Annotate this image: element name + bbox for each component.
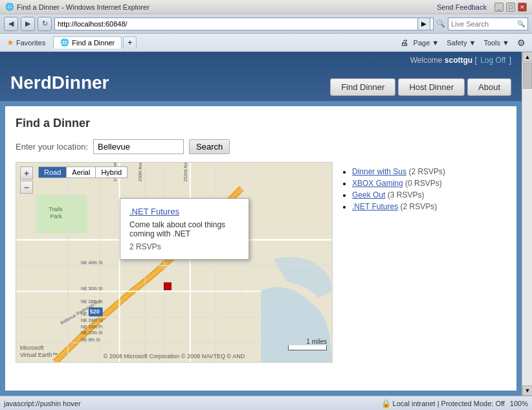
- minimize-button[interactable]: _: [494, 3, 504, 12]
- map-pin: [164, 282, 172, 290]
- favorites-star-icon: ★: [6, 38, 14, 47]
- svg-text:NE 8th St: NE 8th St: [81, 337, 100, 342]
- location-label: Enter your location:: [16, 142, 88, 152]
- app-content: Welcome scottgu [ Log Off ] NerdDinner F…: [0, 52, 522, 396]
- status-text: javascript://pushin hover: [4, 400, 81, 407]
- logoff-link[interactable]: Log Off: [480, 56, 505, 65]
- ie-icon: 🌐: [5, 3, 14, 11]
- result-link-0[interactable]: Dinner with Sus: [352, 167, 406, 176]
- browser-toolbar: ★ Favorites 🌐 Find a Dinner + 🖨 Page ▼ S…: [0, 34, 532, 52]
- result-count-1: (0 RSVPs): [405, 179, 442, 188]
- browser-tab-active[interactable]: 🌐 Find a Dinner: [53, 36, 122, 49]
- map-type-tabs: Road Aerial Hybrid: [38, 166, 127, 178]
- svg-text:520: 520: [90, 308, 100, 315]
- nav-find-dinner[interactable]: Find Dinner: [330, 78, 395, 96]
- help-menu-button[interactable]: ⚙: [515, 36, 528, 49]
- map-type-aerial[interactable]: Aerial: [66, 166, 95, 178]
- live-search-go[interactable]: 🔍: [517, 20, 525, 27]
- scale-bar: [288, 345, 327, 350]
- map-scale: 1 miles: [288, 338, 327, 350]
- print-icon: 🖨: [401, 38, 408, 47]
- status-right: 🔒 Local intranet | Protected Mode: Off 1…: [381, 399, 528, 408]
- browser-titlebar: 🌐 Find a Dinner - Windows Internet Explo…: [0, 0, 532, 14]
- map-type-road[interactable]: Road: [38, 166, 66, 178]
- map-watermark: MicrosoftVirtual Earth™: [20, 345, 58, 359]
- browser-scrollbar: ▲ ▼: [522, 52, 532, 396]
- map-type-hybrid[interactable]: Hybrid: [95, 166, 127, 178]
- find-dinner-title: Find a Dinner: [16, 117, 506, 130]
- close-button[interactable]: ✕: [518, 3, 527, 12]
- tab-icon: 🌐: [60, 38, 69, 47]
- back-button[interactable]: ◀: [4, 17, 18, 31]
- titlebar-right: Send Feedback _ □ ✕: [437, 3, 527, 12]
- search-button[interactable]: Search: [189, 139, 230, 154]
- results-list: Dinner with Sus (2 RSVPs) XBOX Gaming (0…: [340, 162, 506, 363]
- location-row: Enter your location: Search: [16, 139, 506, 154]
- result-count-0: (2 RSVPs): [408, 167, 445, 176]
- zone-text: Local intranet | Protected Mode: Off: [393, 400, 505, 407]
- tools-menu-button[interactable]: Tools ▼: [481, 38, 512, 48]
- list-item: XBOX Gaming (0 RSVPs): [352, 179, 506, 188]
- result-link-3[interactable]: .NET Futures: [352, 202, 398, 211]
- list-item: Dinner with Sus (2 RSVPs): [352, 167, 506, 176]
- svg-text:150th Ave NE: 150th Ave NE: [138, 163, 142, 182]
- search-provider-icon: 🔍: [436, 19, 445, 28]
- results-ul: Dinner with Sus (2 RSVPs) XBOX Gaming (0…: [340, 167, 506, 211]
- shield-icon: 🔒: [381, 399, 391, 408]
- forward-button[interactable]: ▶: [21, 17, 35, 31]
- address-box: ▶: [54, 17, 434, 30]
- page-menu-button[interactable]: Page ▼: [411, 38, 442, 48]
- toolbar-right: 🖨 Page ▼ Safety ▼ Tools ▼ ⚙: [401, 36, 528, 49]
- map-zoom-in[interactable]: +: [20, 166, 33, 179]
- svg-text:NE 24th St: NE 24th St: [81, 318, 103, 323]
- zoom-level: 100%: [510, 400, 528, 407]
- favorites-label: Favorites: [16, 39, 45, 47]
- list-item: .NET Futures (2 RSVPs): [352, 202, 506, 211]
- address-input[interactable]: [58, 20, 417, 28]
- status-zone: 🔒 Local intranet | Protected Mode: Off: [381, 399, 505, 408]
- go-button[interactable]: ▶: [417, 17, 430, 30]
- popup-title[interactable]: .NET Futures: [129, 207, 239, 216]
- live-search-input[interactable]: [451, 20, 516, 28]
- titlebar-left: 🌐 Find a Dinner - Windows Internet Explo…: [5, 3, 150, 11]
- result-count-2: (3 RSVPs): [388, 190, 425, 199]
- map-svg: Trails Park Adelaide: [16, 163, 332, 362]
- favorites-button[interactable]: ★ Favorites: [4, 36, 48, 49]
- svg-text:NE 30th St: NE 30th St: [81, 286, 103, 291]
- restore-button[interactable]: □: [506, 3, 515, 12]
- new-tab-button[interactable]: +: [123, 36, 137, 49]
- nav-about[interactable]: About: [467, 78, 511, 96]
- map-container[interactable]: Trails Park Adelaide: [16, 162, 333, 363]
- popup-description: Come talk about cool things coming with …: [129, 220, 239, 238]
- scroll-thumb[interactable]: [523, 63, 532, 89]
- safety-menu-button[interactable]: Safety ▼: [444, 38, 478, 48]
- refresh-button[interactable]: ↻: [38, 17, 52, 31]
- map-copyright: © 2008 Microsoft Corporation © 2008 NAVT…: [104, 353, 245, 359]
- send-feedback-link[interactable]: Send Feedback: [437, 3, 487, 11]
- live-search-icon: 🔍: [436, 19, 445, 28]
- map-zoom-out[interactable]: −: [20, 181, 33, 194]
- nav-host-dinner[interactable]: Host Dinner: [398, 78, 465, 96]
- location-input[interactable]: [93, 139, 184, 154]
- app-main: Find a Dinner Enter your location: Searc…: [0, 101, 522, 396]
- svg-text:Park: Park: [50, 213, 62, 220]
- result-link-1[interactable]: XBOX Gaming: [352, 179, 403, 188]
- content-box: Find a Dinner Enter your location: Searc…: [5, 106, 516, 391]
- map-controls: + −: [20, 166, 33, 195]
- svg-text:NE 16th Pl: NE 16th Pl: [81, 325, 103, 329]
- browser-addressbar: ◀ ▶ ↻ ▶ 🔍 🔍: [0, 14, 532, 34]
- username-text: scottgu: [445, 56, 472, 65]
- window-title: Find a Dinner - Windows Internet Explore…: [17, 3, 150, 11]
- scroll-down-button[interactable]: ▼: [522, 385, 532, 396]
- tab-bar: 🌐 Find a Dinner +: [53, 36, 137, 49]
- map-popup: .NET Futures Come talk about cool things…: [120, 198, 249, 260]
- svg-text:152nd Ave NE: 152nd Ave NE: [183, 163, 188, 182]
- svg-text:NE 40th St: NE 40th St: [81, 260, 103, 265]
- browser-statusbar: javascript://pushin hover 🔒 Local intran…: [0, 396, 532, 410]
- scroll-up-button[interactable]: ▲: [522, 52, 532, 62]
- svg-text:NE 20th St: NE 20th St: [81, 330, 103, 335]
- result-link-2[interactable]: Geek Out: [352, 190, 385, 199]
- svg-text:Trails: Trails: [49, 206, 63, 212]
- app-header: Welcome scottgu [ Log Off ] NerdDinner F…: [0, 52, 522, 101]
- header-top: Welcome scottgu [ Log Off ]: [10, 52, 511, 67]
